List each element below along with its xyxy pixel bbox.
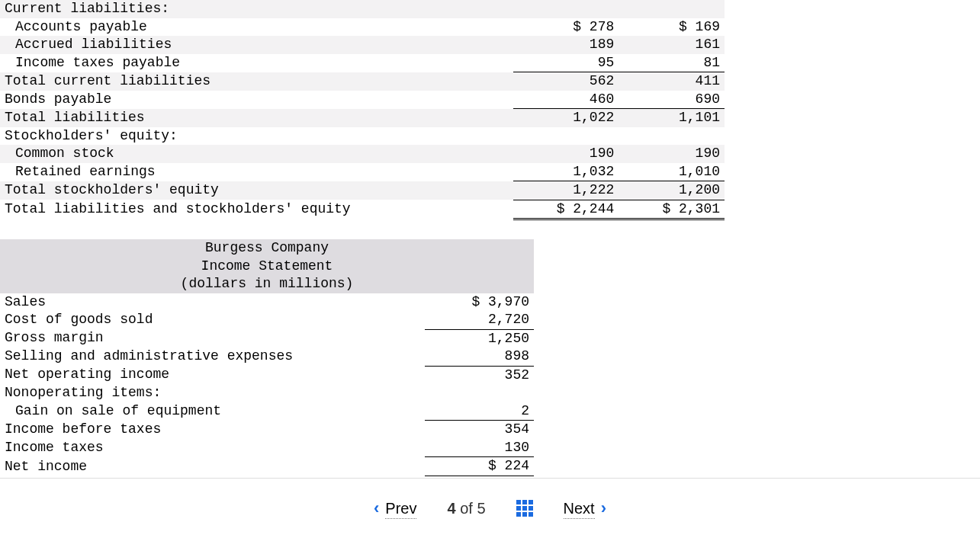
row-label: Total liabilities and stockholders' equi… [0,200,513,219]
row-label: Income taxes payable [0,54,513,72]
row-label: Sales [0,293,425,312]
chevron-left-icon: ‹ [374,498,379,520]
of-label: of [460,500,473,517]
cell-value: 690 [619,91,725,109]
cell-value: 189 [513,36,619,54]
row-label: Accounts payable [0,18,513,37]
cell-value: 190 [513,145,619,163]
row-label: Accrued liabilities [0,36,513,54]
cell-value: 2 [425,402,534,421]
income-title-units: (dollars in millions) [0,275,534,293]
row-label: Total current liabilities [0,72,513,91]
cell-value: 130 [425,439,534,457]
cell-value: 354 [425,421,534,439]
cell-value: 1,032 [513,163,619,181]
current-page: 4 [447,500,455,517]
row-label: Bonds payable [0,91,513,109]
row-label: Retained earnings [0,163,513,181]
next-button[interactable]: Next › [564,498,606,520]
grid-view-icon[interactable] [516,500,533,517]
cell-value: $ 3,970 [425,293,534,312]
cell-value: $ 224 [425,457,534,477]
cell-value: 1,101 [619,109,725,127]
cell-value: 1,200 [619,181,725,200]
section-header-current-liabilities: Current liabilities: [0,0,513,18]
cell-value: 1,222 [513,181,619,200]
cell-value: 562 [513,72,619,91]
row-label: Gross margin [0,329,425,347]
balance-sheet-table: Current liabilities: Accounts payable $ … [0,0,725,220]
cell-value: $ 2,301 [619,200,725,219]
row-label: Cost of goods sold [0,311,425,329]
total-pages: 5 [477,500,485,517]
income-statement-table: Burgess Company Income Statement (dollar… [0,239,534,477]
page-indicator: 4 of 5 [447,498,485,518]
row-label: Common stock [0,145,513,163]
cell-value: 352 [425,366,534,384]
row-label: Total stockholders' equity [0,181,513,200]
cell-value: $ 169 [619,18,725,37]
prev-label: Prev [385,498,416,519]
income-title-statement: Income Statement [0,258,534,276]
cell-value: 1,022 [513,109,619,127]
pagination-bar: ‹ Prev 4 of 5 Next › [0,478,980,538]
row-label: Total liabilities [0,109,513,127]
cell-value: 161 [619,36,725,54]
prev-button[interactable]: ‹ Prev [374,498,416,520]
next-label: Next [564,498,595,519]
section-header-stockholders-equity: Stockholders' equity: [0,127,513,146]
cell-value: 190 [619,145,725,163]
cell-value: 411 [619,72,725,91]
section-header-nonoperating: Nonoperating items: [0,384,425,402]
cell-value: 2,720 [425,311,534,329]
chevron-right-icon: › [601,498,606,520]
cell-value: 460 [513,91,619,109]
row-label: Income before taxes [0,421,425,439]
income-title-company: Burgess Company [0,239,534,258]
row-label: Gain on sale of equipment [0,402,425,421]
cell-value: 95 [513,54,619,72]
cell-value: $ 2,244 [513,200,619,219]
row-label: Net income [0,457,425,477]
row-label: Net operating income [0,366,425,384]
cell-value: 898 [425,347,534,366]
cell-value: 1,010 [619,163,725,181]
cell-value: 81 [619,54,725,72]
cell-value: $ 278 [513,18,619,37]
row-label: Selling and administrative expenses [0,347,425,366]
row-label: Income taxes [0,439,425,457]
cell-value: 1,250 [425,329,534,347]
